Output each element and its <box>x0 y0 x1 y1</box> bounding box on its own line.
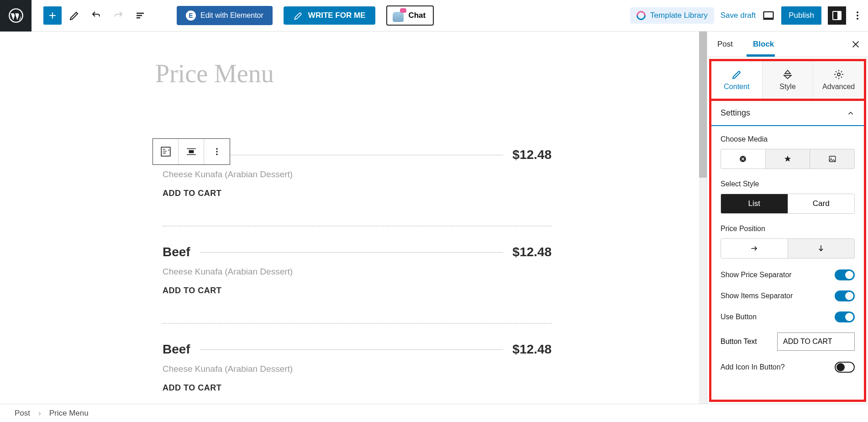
breadcrumb: Post › Price Menu <box>0 404 868 422</box>
pencil-icon <box>294 11 303 20</box>
select-style-label: Select Style <box>721 180 855 188</box>
use-button-toggle[interactable] <box>835 311 855 322</box>
show-price-sep-label: Show Price Separator <box>721 271 792 279</box>
media-icon-option[interactable] <box>766 149 810 169</box>
add-block-button[interactable]: + <box>43 6 62 25</box>
top-toolbar: + E Edit with Elementor WRITE FOR ME Cha… <box>0 0 868 32</box>
template-lib-label: Template Library <box>650 11 708 20</box>
style-card-option[interactable]: Card <box>788 194 855 213</box>
panel-tab-content[interactable]: Content <box>711 61 763 99</box>
breadcrumb-current[interactable]: Price Menu <box>49 409 89 418</box>
template-lib-icon <box>635 9 647 22</box>
close-sidebar-icon[interactable] <box>851 39 861 49</box>
panel-tab-style[interactable]: Style <box>763 61 814 99</box>
menu-item-price: $12.48 <box>512 342 552 357</box>
write-label: WRITE FOR ME <box>308 11 366 20</box>
chat-button[interactable]: Chat <box>386 5 434 26</box>
scrollbar[interactable] <box>699 32 707 404</box>
menu-item-description: Cheese Kunafa (Arabian Dessert) <box>163 267 552 277</box>
svg-point-5 <box>857 15 858 16</box>
style-list-option[interactable]: List <box>721 194 788 213</box>
button-text-label: Button Text <box>721 338 757 346</box>
media-none-option[interactable] <box>721 149 766 169</box>
chevron-right-icon: › <box>38 409 41 418</box>
svg-point-12 <box>837 73 840 76</box>
price-menu-item[interactable]: Beef $12.48 Cheese Kunafa (Arabian Desse… <box>163 245 552 295</box>
save-draft-button[interactable]: Save draft <box>721 11 756 20</box>
choose-media-label: Choose Media <box>721 135 855 143</box>
redo-icon[interactable] <box>109 6 127 25</box>
block-type-icon[interactable] <box>153 139 179 164</box>
device-preview-icon[interactable] <box>762 9 775 22</box>
star-icon <box>784 155 792 163</box>
settings-toggle-button[interactable] <box>828 6 846 25</box>
arrow-down-icon <box>816 244 826 253</box>
elementor-label: Edit with Elementor <box>200 11 263 20</box>
media-image-option[interactable] <box>810 149 854 169</box>
button-text-input[interactable] <box>777 332 855 351</box>
panel-tab-advanced[interactable]: Advanced <box>813 61 864 99</box>
tab-post[interactable]: Post <box>707 32 743 57</box>
svg-point-15 <box>831 158 831 158</box>
block-more-icon[interactable] <box>204 139 230 164</box>
robot-icon <box>392 9 405 22</box>
show-items-sep-toggle[interactable] <box>835 290 855 301</box>
choose-media-group <box>721 149 855 169</box>
menu-item-title: Beef <box>163 342 190 357</box>
editor-canvas[interactable]: Price Menu Beef $12.48 <box>0 32 707 404</box>
svg-rect-1 <box>764 12 773 18</box>
image-icon <box>828 155 836 163</box>
add-to-cart-button[interactable]: ADD TO CART <box>163 383 552 393</box>
show-price-sep-toggle[interactable] <box>835 269 855 280</box>
elementor-icon: E <box>186 11 196 21</box>
edit-tool-icon[interactable] <box>65 6 84 25</box>
menu-item-description: Cheese Kunafa (Arabian Dessert) <box>163 169 552 179</box>
svg-rect-3 <box>838 11 841 20</box>
breadcrumb-root[interactable]: Post <box>15 409 30 418</box>
chevron-up-icon <box>847 109 855 117</box>
more-options-icon[interactable] <box>852 6 863 25</box>
add-icon-label: Add Icon In Button? <box>721 363 785 371</box>
select-style-group: List Card <box>721 194 855 214</box>
price-position-group <box>721 238 855 258</box>
style-icon <box>782 69 793 80</box>
svg-rect-7 <box>161 147 170 156</box>
price-position-bottom[interactable] <box>788 239 855 258</box>
add-icon-toggle[interactable] <box>835 362 855 373</box>
show-items-sep-label: Show Items Separator <box>721 292 793 300</box>
settings-section-header[interactable]: Settings <box>711 101 864 126</box>
publish-button[interactable]: Publish <box>781 6 821 25</box>
tab-block[interactable]: Block <box>743 32 784 57</box>
add-to-cart-button[interactable]: ADD TO CART <box>163 189 552 198</box>
svg-point-4 <box>857 11 858 13</box>
menu-item-description: Cheese Kunafa (Arabian Dessert) <box>163 364 552 374</box>
template-library-button[interactable]: Template Library <box>630 7 714 24</box>
price-separator <box>200 349 504 350</box>
price-menu-item[interactable]: Beef $12.48 Cheese Kunafa (Arabian Desse… <box>163 342 552 393</box>
content-icon <box>731 69 742 80</box>
advanced-icon <box>833 69 844 80</box>
svg-point-6 <box>857 18 858 20</box>
page-title: Price Menu <box>155 59 707 88</box>
items-separator <box>163 323 552 324</box>
svg-point-11 <box>216 153 218 155</box>
settings-sidebar: Post Block Content Style Advanced <box>707 32 868 404</box>
items-separator <box>163 226 552 227</box>
svg-rect-8 <box>189 150 194 153</box>
list-view-icon[interactable] <box>131 6 149 25</box>
write-for-me-button[interactable]: WRITE FOR ME <box>284 6 376 25</box>
arrow-right-icon <box>750 244 759 253</box>
add-to-cart-button[interactable]: ADD TO CART <box>163 286 552 295</box>
price-position-right[interactable] <box>721 239 788 258</box>
svg-point-10 <box>216 151 218 153</box>
menu-item-title: Beef <box>163 245 190 259</box>
undo-icon[interactable] <box>87 6 105 25</box>
block-toolbar <box>153 138 230 165</box>
price-separator <box>200 155 504 155</box>
block-align-icon[interactable] <box>179 139 204 164</box>
svg-point-9 <box>216 148 218 150</box>
chat-label: Chat <box>408 11 426 20</box>
wordpress-logo[interactable] <box>0 0 32 32</box>
cancel-icon <box>739 155 747 163</box>
edit-elementor-button[interactable]: E Edit with Elementor <box>177 6 273 25</box>
